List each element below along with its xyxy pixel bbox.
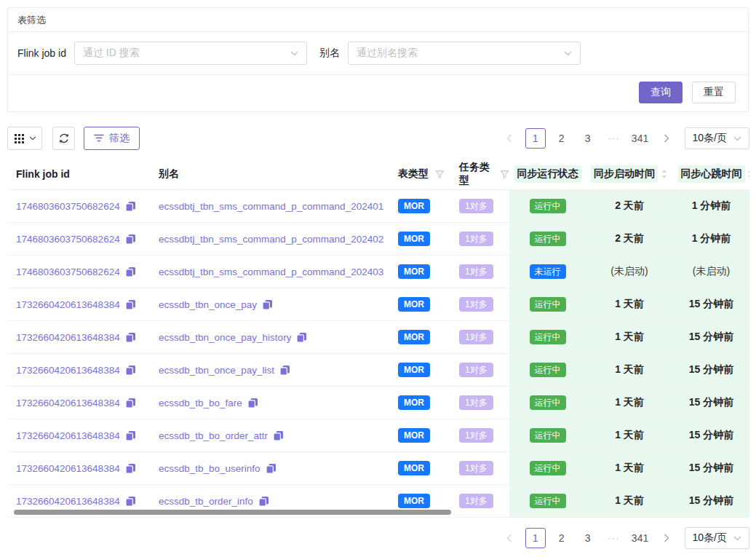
row-id-link[interactable]: 1732660420613648384 — [16, 332, 120, 343]
status-badge: 运行中 — [530, 428, 566, 443]
row-alias-link[interactable]: ecssdb_tb_bo_fare — [159, 398, 242, 408]
flink-job-id-cell: 1732660420613648384 — [7, 452, 150, 484]
alias-field: 别名 通过别名搜索 — [319, 42, 581, 65]
page-button-2[interactable]: 2 — [552, 128, 572, 149]
sorter-icon[interactable] — [661, 169, 668, 179]
row-id-link[interactable]: 1746803603750682624 — [16, 266, 120, 277]
page-button-2[interactable]: 2 — [552, 528, 572, 548]
chevron-down-icon — [290, 51, 298, 56]
copy-icon[interactable] — [273, 430, 284, 441]
filter-card: 表筛选 Flink job id 通过 ID 搜索 别名 通过别名搜索 — [7, 7, 749, 112]
copy-icon[interactable] — [125, 234, 136, 245]
flink-job-id-label: Flink job id — [17, 47, 66, 59]
page-button-last[interactable]: 341 — [630, 128, 650, 149]
page-button-last[interactable]: 341 — [630, 528, 650, 548]
chevron-right-icon — [664, 534, 669, 542]
row-id-link[interactable]: 1746803603750682624 — [16, 234, 120, 245]
row-alias-link[interactable]: ecssdb_tb_order_info — [159, 496, 253, 507]
col-header-sync-start-time[interactable]: 同步启动时间 — [586, 159, 673, 189]
page-size-select[interactable]: 10条/页 — [685, 527, 749, 549]
reset-button[interactable]: 重置 — [692, 82, 736, 103]
page-ellipsis[interactable]: ··· — [604, 128, 624, 149]
copy-icon[interactable] — [125, 365, 136, 376]
row-id-link[interactable]: 1732660420613648384 — [16, 463, 120, 474]
task-type-cell: 1对多 — [450, 452, 509, 484]
copy-icon[interactable] — [125, 496, 136, 507]
filter-button[interactable]: 筛选 — [84, 127, 140, 150]
page-button-3[interactable]: 3 — [578, 528, 598, 548]
task-type-cell: 1对多 — [450, 190, 509, 222]
row-alias-link[interactable]: ecssdbtj_tbn_sms_command_p_command_20240… — [159, 234, 383, 245]
chevron-left-icon — [506, 534, 512, 542]
table-type-cell: MOR — [389, 190, 450, 222]
row-id-link[interactable]: 1746803603750682624 — [16, 201, 120, 212]
row-id-link[interactable]: 1732660420613648384 — [16, 299, 120, 310]
copy-icon[interactable] — [125, 332, 136, 343]
copy-icon[interactable] — [125, 463, 136, 474]
copy-icon[interactable] — [266, 463, 276, 474]
col-header-sync-heartbeat-time[interactable]: 同步心跳时间 — [673, 159, 749, 189]
col-header-label: 任务类型 — [459, 161, 493, 187]
row-id-link[interactable]: 1732660420613648384 — [16, 398, 120, 408]
row-id-link[interactable]: 1732660420613648384 — [16, 496, 120, 507]
table-type-badge: MOR — [398, 264, 430, 279]
copy-icon[interactable] — [125, 299, 136, 310]
flink-job-id-select[interactable]: 通过 ID 搜索 — [74, 42, 307, 65]
copy-icon[interactable] — [125, 266, 136, 277]
task-type-cell: 1对多 — [450, 223, 509, 255]
row-alias-link[interactable]: ecssdbtj_tbn_sms_command_p_command_20240… — [159, 201, 383, 212]
table-type-cell: MOR — [389, 321, 450, 353]
column-settings-button[interactable] — [7, 127, 42, 150]
sync-status-cell: 运行中 — [509, 288, 586, 320]
row-alias-link[interactable]: ecssdb_tbn_once_pay_history — [159, 332, 291, 343]
filter-funnel-icon[interactable] — [500, 170, 509, 179]
copy-icon[interactable] — [279, 365, 290, 376]
flink-job-id-cell: 1732660420613648384 — [7, 321, 150, 353]
row-alias-link[interactable]: ecssdb_tbn_once_pay — [159, 299, 257, 310]
alias-placeholder: 通过别名搜索 — [357, 47, 418, 60]
copy-icon[interactable] — [125, 201, 136, 212]
copy-icon[interactable] — [247, 398, 258, 408]
task-type-cell: 1对多 — [450, 419, 509, 451]
table-row: 1746803603750682624 ecssdbtj_tbn_sms_com… — [7, 256, 749, 288]
table-row: 1732660420613648384 ecssdb_tb_bo_order_a… — [7, 419, 749, 452]
page-size-select[interactable]: 10条/页 — [685, 127, 749, 149]
prev-page-button[interactable] — [499, 128, 520, 149]
table-type-badge: MOR — [398, 297, 430, 312]
alias-select[interactable]: 通过别名搜索 — [348, 42, 581, 65]
row-id-link[interactable]: 1732660420613648384 — [16, 365, 120, 376]
next-page-button[interactable] — [656, 528, 677, 548]
prev-page-button[interactable] — [499, 528, 520, 548]
table-row: 1746803603750682624 ecssdbtj_tbn_sms_com… — [7, 223, 749, 256]
table-type-badge: MOR — [398, 330, 430, 344]
page-size-value: 10条/页 — [693, 532, 727, 545]
horizontal-scrollbar-thumb[interactable] — [14, 510, 451, 515]
page-button-3[interactable]: 3 — [578, 128, 598, 149]
copy-icon[interactable] — [262, 299, 273, 310]
row-alias-link[interactable]: ecssdb_tb_bo_order_attr — [159, 430, 268, 441]
row-alias-link[interactable]: ecssdbtj_tbn_sms_command_p_command_20240… — [159, 266, 383, 277]
table-type-cell: MOR — [389, 354, 450, 386]
copy-icon[interactable] — [258, 496, 269, 507]
data-table: Flink job id 别名 表类型 任务类型 同步运行状态 — [7, 159, 749, 518]
row-alias-link[interactable]: ecssdb_tbn_once_pay_list — [159, 365, 274, 376]
filter-funnel-icon[interactable] — [435, 170, 445, 179]
start-time-cell: 1 天前 — [586, 419, 673, 451]
flink-job-id-cell: 1746803603750682624 — [7, 223, 150, 255]
copy-icon[interactable] — [125, 398, 136, 408]
page-ellipsis[interactable]: ··· — [604, 528, 624, 548]
refresh-button[interactable] — [52, 127, 75, 150]
page-button-1[interactable]: 1 — [525, 528, 546, 548]
row-id-link[interactable]: 1732660420613648384 — [16, 430, 120, 441]
alias-cell: ecssdb_tbn_once_pay — [150, 288, 389, 320]
sync-status-cell: 未运行 — [509, 256, 586, 288]
next-page-button[interactable] — [656, 128, 677, 149]
row-alias-link[interactable]: ecssdb_tb_bo_userinfo — [159, 463, 260, 474]
page-button-1[interactable]: 1 — [525, 128, 546, 149]
sorter-icon[interactable] — [747, 169, 749, 179]
query-button[interactable]: 查询 — [639, 82, 683, 103]
copy-icon[interactable] — [296, 332, 307, 343]
chevron-down-icon — [733, 136, 741, 141]
copy-icon[interactable] — [125, 430, 136, 441]
start-time-cell: 2 天前 — [586, 223, 673, 255]
